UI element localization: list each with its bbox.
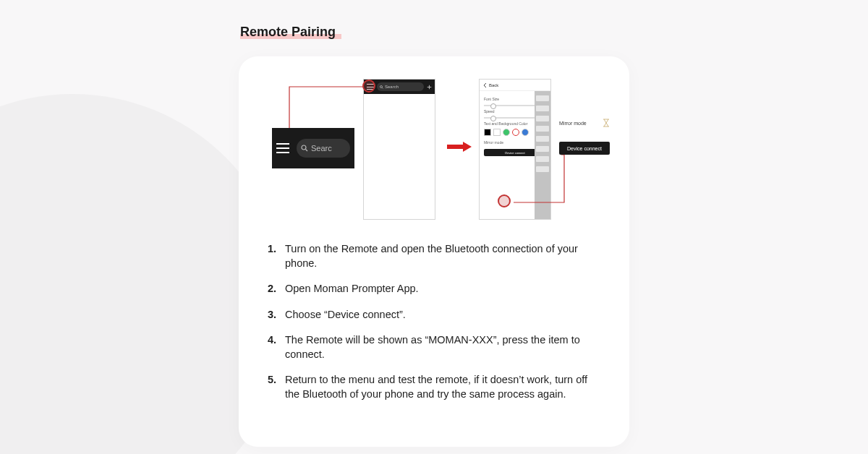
list-item: 3.Choose “Device connect”. (268, 308, 600, 322)
step-text: Choose “Device connect”. (285, 308, 406, 322)
search-icon (301, 145, 308, 152)
highlight-ring-icon (362, 80, 375, 93)
search-label: Search (385, 85, 399, 89)
phone-mock-app-home: Search (363, 79, 435, 220)
svg-rect-4 (447, 145, 463, 149)
plus-icon (427, 85, 432, 90)
hamburger-icon (276, 143, 289, 153)
back-label: Back (489, 83, 498, 87)
step-text: Turn on the Remote and open the Bluetoot… (285, 242, 600, 270)
list-item: 1.Turn on the Remote and open the Blueto… (268, 242, 600, 270)
mirror-mode-text: Mirror mode (559, 121, 587, 126)
step-number: 2. (268, 282, 279, 296)
step-number: 3. (268, 308, 279, 322)
connector-line-right (512, 153, 592, 204)
search-pill: Searc (297, 139, 350, 158)
search-label: Searc (311, 144, 332, 153)
page-title: Remote Pairing (240, 25, 336, 40)
svg-point-0 (302, 145, 306, 150)
svg-point-2 (380, 85, 383, 87)
svg-line-3 (382, 87, 383, 88)
settings-header: Back (480, 80, 550, 91)
search-icon (380, 85, 383, 89)
mirror-mode-row: Mirror mode (559, 119, 610, 127)
device-connect-button: Device connect (559, 142, 610, 155)
hourglass-icon (603, 119, 610, 127)
step-number: 4. (268, 333, 279, 361)
list-item: 2.Open Moman Prompter App. (268, 282, 600, 296)
diagram-area: Searc Search Back Font S (260, 75, 608, 231)
search-pill-small: Search (377, 82, 424, 91)
instruction-card: Searc Search Back Font S (239, 56, 629, 447)
arrow-right-icon (447, 142, 472, 152)
hamburger-zoom-callout: Searc (272, 128, 354, 168)
step-text: Open Moman Prompter App. (285, 282, 419, 296)
step-number: 5. (268, 373, 279, 401)
highlight-ring-icon (498, 194, 511, 207)
step-text: The Remote will be shown as “MOMAN-XXX”,… (285, 333, 600, 361)
list-item: 4.The Remote will be shown as “MOMAN-XXX… (268, 333, 600, 361)
chevron-left-icon (483, 83, 487, 87)
instruction-list: 1.Turn on the Remote and open the Blueto… (260, 242, 608, 402)
svg-line-1 (306, 150, 308, 152)
step-number: 1. (268, 242, 279, 270)
list-item: 5.Return to the menu and test the remote… (268, 373, 600, 401)
device-connect-callout: Mirror mode Device connect (559, 119, 610, 155)
step-text: Return to the menu and test the remote, … (285, 373, 600, 401)
